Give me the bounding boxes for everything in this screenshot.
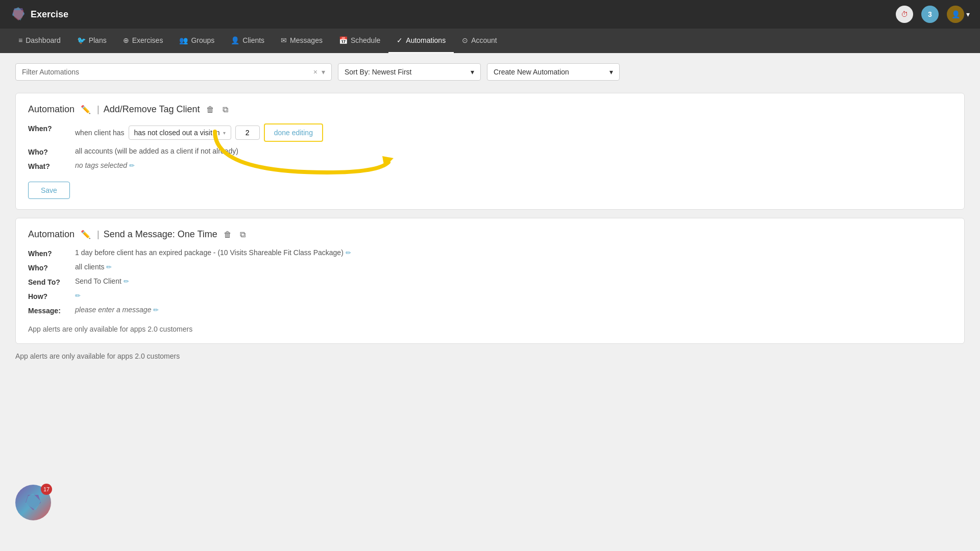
- account-icon: ⊙: [462, 36, 468, 44]
- sort-label: Sort By: Newest First: [345, 68, 411, 76]
- user-menu[interactable]: 👤 ▾: [947, 6, 970, 23]
- top-bar: Exercise ⏱ 3 👤 ▾: [0, 0, 980, 29]
- automation-1-what-row: What? no tags selected ✏: [28, 161, 952, 170]
- nav-item-schedule[interactable]: 📅 Schedule: [331, 29, 388, 53]
- message-edit-icon-2[interactable]: ✏: [153, 306, 159, 314]
- automation-1-edit-icon[interactable]: ✏️: [79, 104, 93, 115]
- user-dropdown-arrow: ▾: [966, 10, 970, 18]
- automation-1-separator: |: [97, 104, 100, 115]
- app-logo-icon: [10, 6, 27, 22]
- automation-2-how-row: How? ✏: [28, 291, 952, 300]
- messages-icon: ✉: [281, 36, 287, 44]
- logo-area: Exercise: [10, 6, 68, 22]
- condition-dropdown[interactable]: has not closed out a visit in ▾: [129, 126, 231, 140]
- sendto-value-2: Send To Client ✏: [75, 277, 952, 285]
- groups-icon: 👥: [179, 36, 188, 44]
- automation-card-1: Automation ✏️ | Add/Remove Tag Client 🗑 …: [15, 93, 965, 210]
- who-label-1: Who?: [28, 147, 69, 156]
- automation-1-prefix: Automation: [28, 104, 75, 115]
- content-area: Filter Automations × ▾ Sort By: Newest F…: [0, 53, 980, 551]
- message-value-2: please enter a message ✏: [75, 306, 952, 314]
- plans-icon: 🐦: [77, 36, 86, 44]
- automation-2-copy-icon[interactable]: ⧉: [238, 229, 248, 240]
- how-edit-icon-2[interactable]: ✏: [75, 292, 81, 299]
- when-label-2: When?: [28, 248, 69, 258]
- automation-1-who-row: Who? all accounts (will be added as a cl…: [28, 147, 952, 156]
- clock-button[interactable]: ⏱: [896, 6, 913, 23]
- condition-value: has not closed out a visit in: [134, 129, 220, 137]
- automation-1-delete-icon[interactable]: 🗑: [204, 104, 216, 115]
- automation-card-2: Automation ✏️ | Send a Message: One Time…: [15, 218, 965, 344]
- nav-item-messages[interactable]: ✉ Messages: [273, 29, 331, 53]
- automation-1-title: Automation ✏️ | Add/Remove Tag Client 🗑 …: [28, 104, 952, 115]
- what-edit-icon[interactable]: ✏: [129, 162, 135, 169]
- nav-item-automations[interactable]: ✓ Automations: [388, 29, 454, 53]
- main-nav: ≡ Dashboard 🐦 Plans ⊕ Exercises 👥 Groups…: [0, 29, 980, 53]
- nav-item-clients[interactable]: 👤 Clients: [223, 29, 273, 53]
- clear-icon[interactable]: ×: [313, 68, 317, 76]
- floating-badge-count: 17: [41, 484, 52, 495]
- top-right-controls: ⏱ 3 👤 ▾: [896, 6, 970, 23]
- who-value-2: all clients ✏: [75, 263, 952, 271]
- when-prefix-text: when client has: [75, 129, 125, 137]
- automations-icon: ✓: [397, 36, 403, 44]
- notification-button[interactable]: 3: [921, 6, 939, 23]
- nav-label-exercises: Exercises: [132, 36, 163, 44]
- when-text-2: 1 day before client has an expired packa…: [75, 248, 344, 257]
- create-chevron-icon: ▾: [609, 68, 613, 76]
- who-label-2: Who?: [28, 263, 69, 272]
- days-number-input[interactable]: [235, 126, 260, 140]
- when-edit-icon-2[interactable]: ✏: [346, 249, 351, 257]
- who-value-1: all accounts (will be added as a client …: [75, 147, 952, 155]
- floating-logo-badge[interactable]: 17: [15, 485, 51, 520]
- nav-item-account[interactable]: ⊙ Account: [454, 29, 505, 53]
- filter-icons: × ▾: [313, 68, 325, 76]
- filter-placeholder: Filter Automations: [22, 68, 79, 76]
- svg-marker-2: [13, 10, 23, 20]
- app-name: Exercise: [31, 9, 68, 20]
- automation-2-sendto-row: Send To? Send To Client ✏: [28, 277, 952, 286]
- automation-2-delete-icon[interactable]: 🗑: [222, 229, 234, 240]
- how-label-2: How?: [28, 291, 69, 300]
- filter-automations-dropdown[interactable]: Filter Automations × ▾: [15, 63, 332, 81]
- automation-2-separator: |: [97, 229, 100, 240]
- nav-label-schedule: Schedule: [351, 36, 380, 44]
- automation-2-name: Send a Message: One Time: [104, 229, 217, 240]
- clients-icon: 👤: [231, 36, 239, 44]
- nav-label-dashboard: Dashboard: [26, 36, 61, 44]
- automation-1-when-row: When? when client has has not closed out…: [28, 123, 952, 142]
- sendto-edit-icon-2[interactable]: ✏: [124, 278, 129, 285]
- automation-1-copy-icon[interactable]: ⧉: [220, 104, 230, 115]
- when-label-1: When?: [28, 123, 69, 133]
- nav-item-groups[interactable]: 👥 Groups: [171, 29, 223, 53]
- nav-item-exercises[interactable]: ⊕ Exercises: [115, 29, 172, 53]
- nav-item-plans[interactable]: 🐦 Plans: [69, 29, 115, 53]
- message-label-2: Message:: [28, 306, 69, 315]
- sort-dropdown[interactable]: Sort By: Newest First ▾: [338, 63, 481, 81]
- app-note-2: App alerts are only available for apps 2…: [15, 352, 965, 360]
- nav-label-plans: Plans: [89, 36, 107, 44]
- nav-label-messages: Messages: [290, 36, 323, 44]
- dashboard-icon: ≡: [18, 36, 22, 44]
- sendto-label-2: Send To?: [28, 277, 69, 286]
- floating-logo-icon: [23, 492, 43, 513]
- condition-arrow-icon: ▾: [223, 130, 226, 136]
- nav-label-groups: Groups: [191, 36, 214, 44]
- exercises-icon: ⊕: [123, 36, 129, 44]
- nav-label-clients: Clients: [242, 36, 264, 44]
- save-button-1[interactable]: Save: [28, 182, 70, 199]
- schedule-icon: 📅: [339, 36, 348, 44]
- automation-2-message-row: Message: please enter a message ✏: [28, 306, 952, 315]
- filter-bar: Filter Automations × ▾ Sort By: Newest F…: [15, 63, 965, 81]
- chevron-down-icon[interactable]: ▾: [322, 68, 325, 76]
- floating-logo[interactable]: 17: [15, 485, 51, 520]
- nav-item-dashboard[interactable]: ≡ Dashboard: [10, 29, 69, 53]
- done-editing-button[interactable]: done editing: [264, 123, 323, 142]
- who-edit-icon-2[interactable]: ✏: [106, 263, 112, 271]
- automation-2-edit-icon[interactable]: ✏️: [79, 229, 93, 240]
- when-value-2: 1 day before client has an expired packa…: [75, 248, 952, 257]
- sort-chevron-icon: ▾: [471, 68, 474, 76]
- create-new-automation-button[interactable]: Create New Automation ▾: [487, 63, 620, 81]
- how-value-2: ✏: [75, 291, 952, 299]
- automation-2-who-row: Who? all clients ✏: [28, 263, 952, 272]
